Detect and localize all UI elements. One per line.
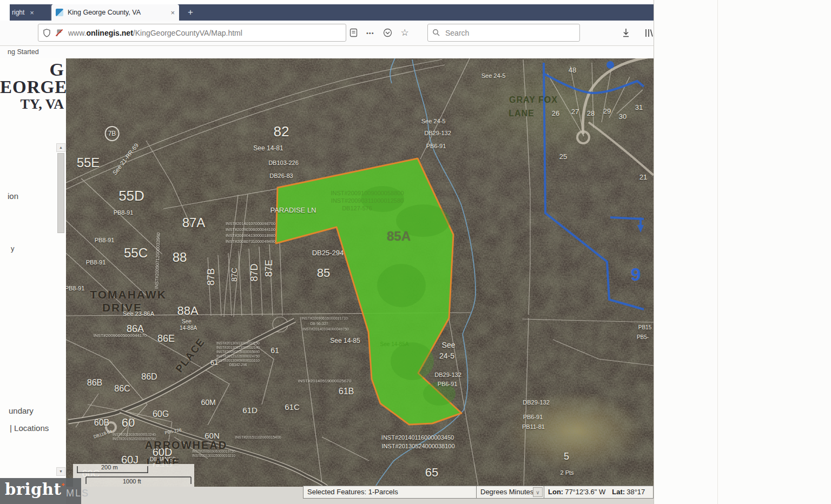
map-label: See: [182, 319, 192, 324]
map-label: PB11-81: [522, 423, 545, 430]
map-label: INST#20130325000010210: [192, 454, 235, 457]
map-label: PB8-91: [66, 285, 84, 291]
map-label: DB103-226: [268, 160, 299, 166]
star-icon: ✦: [61, 481, 65, 488]
scroll-up-button[interactable]: ▲: [56, 143, 65, 152]
map-label: ARROWHEAD: [145, 439, 227, 452]
map-label: 61B: [339, 387, 354, 396]
map-viewport[interactable]: 8255E55D87A55C888585A88A86A86E86D86B86C6…: [66, 58, 654, 487]
lat-label: Lat:: [612, 488, 625, 496]
map-label: DB29-132: [523, 399, 550, 406]
map-label: TOMAHAWK: [90, 288, 167, 301]
panel-text-fragment: undary: [9, 406, 34, 415]
map-label: 87E: [263, 260, 275, 277]
site-favicon-icon: [56, 9, 63, 16]
map-label-layer: 8255E55D87A55C888585A88A86A86E86D86B86C6…: [66, 58, 654, 487]
library-icon[interactable]: [644, 28, 654, 38]
map-label: INST#20130913000032140: [216, 346, 260, 349]
map-label: 86D: [141, 372, 157, 382]
scroll-down-button[interactable]: ▼: [56, 467, 65, 476]
close-icon[interactable]: ×: [170, 9, 175, 17]
map-label: 86C: [114, 384, 130, 394]
units-dropdown[interactable]: Degrees Minutes ∨: [476, 486, 544, 499]
scan-crease: [717, 0, 718, 504]
map-label: PB6-91: [438, 381, 458, 387]
bookmark-item[interactable]: ng Started: [8, 48, 39, 56]
tab-title: King George County, VA: [68, 9, 166, 16]
browser-toolbar: www.onlinegis.net/KingGeorgeCountyVA/Map…: [0, 21, 654, 46]
map-label: 25: [559, 152, 567, 161]
search-box[interactable]: [427, 24, 580, 42]
map-label: PB5-: [637, 334, 649, 340]
county-logo: G EORGE TY, VA: [0, 62, 64, 112]
download-icon[interactable]: [621, 28, 631, 38]
map-label: PB8-91: [86, 259, 106, 266]
map-label: 26: [552, 109, 559, 117]
map-label: 29: [603, 107, 611, 115]
panel-text-fragment: y: [11, 244, 15, 253]
reader-view-icon[interactable]: [349, 28, 358, 37]
map-label: 87D: [249, 263, 260, 281]
panel-text-fragment: | Locations: [10, 423, 49, 433]
shield-icon[interactable]: [43, 29, 51, 37]
tab-strip: right × King George County, VA × +: [10, 4, 654, 21]
map-label: INST#20090306000044100: [226, 227, 275, 232]
map-label: 87C: [230, 268, 239, 282]
chevron-down-icon[interactable]: ∨: [533, 487, 543, 497]
search-icon: [432, 29, 440, 37]
new-tab-button[interactable]: +: [184, 6, 197, 19]
scrollbar-thumb[interactable]: [57, 153, 64, 233]
map-label: INST#20140104000049750: [302, 327, 349, 331]
map-label: PB5-126: [164, 428, 182, 435]
map-label: 55C: [124, 246, 148, 261]
map-label: INST#20130524000038100: [381, 443, 454, 449]
map-label: 9: [631, 264, 641, 285]
map-label: See 24-5: [482, 72, 506, 79]
map-label: 60B: [94, 418, 109, 428]
pocket-icon[interactable]: [383, 28, 392, 37]
map-label: 2 Pts: [560, 469, 573, 476]
close-icon[interactable]: ×: [30, 9, 34, 17]
tab-active[interactable]: King George County, VA ×: [51, 4, 179, 21]
map-label: PB8-91: [114, 209, 134, 216]
units-value: Degrees Minutes: [480, 488, 533, 496]
url-bar[interactable]: www.onlinegis.net/KingGeorgeCountyVA/Map…: [38, 24, 346, 42]
search-input[interactable]: [444, 28, 555, 38]
map-label: DB118-64: [93, 429, 113, 440]
map-label: See 14-85A: [380, 341, 409, 347]
map-label: 87A: [182, 215, 206, 230]
map-label: 88: [173, 250, 187, 265]
panel-text-fragment: ion: [8, 191, 18, 201]
map-label: INST#20130913000032150: [216, 341, 260, 345]
map-label: 85: [317, 266, 330, 280]
map-label: INST#20130909000031610: [216, 359, 260, 362]
map-label: DB342-296: [229, 363, 247, 367]
tab-partial-label: right: [12, 9, 24, 16]
map-label: 27: [571, 108, 579, 116]
map-label: DB29-132: [424, 130, 451, 136]
map-label: See 21-RR-69: [111, 142, 140, 176]
map-label: 61D: [242, 406, 258, 415]
bookmarks-bar: ng Started: [0, 46, 654, 58]
map-label: INST#20090205000005690: [216, 350, 260, 354]
map-label: 31: [635, 103, 643, 111]
lat-value: 38°17: [626, 488, 645, 496]
gis-side-panel: G EORGE TY, VA: [0, 58, 66, 487]
map-label: DRIVE: [102, 301, 142, 314]
bookmark-star-icon[interactable]: ☆: [401, 27, 409, 38]
scan-margin-right: [654, 0, 831, 504]
brightmls-brand: bright: [5, 480, 61, 499]
map-label: 60G: [153, 409, 169, 419]
map-label: INST#20151102000015400: [235, 435, 281, 439]
scan-margin-left: [0, 0, 10, 21]
scanned-browser-screenshot: right × King George County, VA × + www.o…: [0, 0, 831, 504]
tab-partial-left[interactable]: right ×: [10, 4, 51, 21]
status-selected-features: Selected Features: 1-Parcels: [303, 486, 477, 499]
map-label: 55D: [118, 188, 144, 204]
map-label: 55E: [77, 155, 100, 170]
map-label: INST#20090413000018980: [226, 233, 275, 238]
toolbar-actions: ••• ☆: [349, 24, 409, 42]
page-actions-icon[interactable]: •••: [366, 30, 374, 36]
map-label: PB6-91: [523, 414, 543, 420]
blocked-plugin-icon[interactable]: [55, 29, 64, 37]
